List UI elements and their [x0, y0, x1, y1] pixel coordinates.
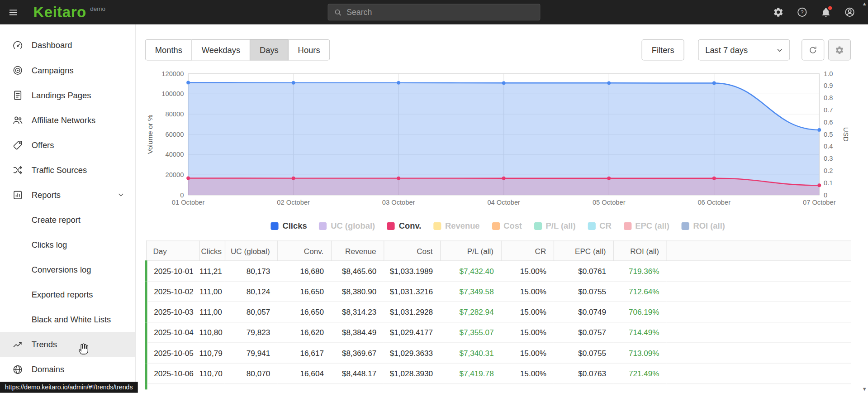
tab-hours[interactable]: Hours	[288, 39, 330, 61]
table-row[interactable]: 2025-10-0764,4146,4579,641$4,898.34$597.…	[146, 384, 851, 390]
sidebar-item-label: Dashboard	[32, 40, 72, 50]
table-row[interactable]: 2025-10-02111,0080,12416,650$8,380.90$1,…	[146, 281, 851, 302]
table-cell-p-l-all: $4,300.74	[440, 384, 501, 390]
trends-chart: 02000040000600008000010000012000001 Octo…	[145, 67, 851, 209]
series-point-clicks	[397, 81, 400, 85]
table-cell-p-l-all: $7,349.58	[440, 281, 501, 302]
search-input[interactable]	[346, 8, 534, 17]
sidebar-item-exported-reports[interactable]: Exported reports	[0, 282, 135, 307]
sidebar-item-domains[interactable]: Domains	[0, 357, 135, 382]
sidebar-item-campaigns[interactable]: Campaigns	[0, 58, 135, 82]
table-cell-clicks: 110,70	[199, 363, 225, 383]
legend-label: Clicks	[283, 221, 307, 230]
filters-button[interactable]: Filters	[642, 39, 684, 61]
hamburger-menu-button[interactable]	[0, 0, 27, 24]
legend-swatch	[319, 222, 327, 230]
sidebar-item-label: Trends	[32, 340, 57, 349]
sidebar-item-label: Clicks log	[32, 240, 67, 249]
table-cell-revenue: $8,384.49	[331, 322, 384, 343]
table-cell-spacer	[667, 281, 851, 302]
sidebar-item-traffic-sources[interactable]: Traffic Sources	[0, 158, 135, 182]
notifications-button[interactable]	[820, 6, 832, 18]
legend-item-conv[interactable]: Conv.	[387, 221, 421, 230]
legend-item-revenue[interactable]: Revenue	[433, 221, 479, 230]
keitaro-logo[interactable]: Keitaro demo	[33, 4, 105, 21]
column-header-revenue[interactable]: Revenue	[331, 241, 384, 261]
x-axis-tick-label: 05 October	[593, 199, 626, 206]
table-cell-clicks: 64,41	[199, 384, 225, 390]
logo-demo-label: demo	[90, 5, 105, 12]
granularity-tabs: MonthsWeekdaysDaysHours	[145, 39, 330, 61]
column-header-p-l-all[interactable]: P/L (all)	[440, 241, 501, 261]
refresh-button[interactable]	[802, 39, 824, 61]
table-cell-p-l-all: $7,282.94	[440, 302, 501, 322]
date-range-select[interactable]: Last 7 days	[698, 39, 790, 61]
series-point-clicks	[502, 81, 506, 85]
table-row[interactable]: 2025-10-03111,0080,05716,650$8,314.23$1,…	[146, 302, 851, 322]
sidebar-item-clicks-log[interactable]: Clicks log	[0, 232, 135, 257]
chart-settings-button[interactable]	[828, 39, 851, 61]
column-header-epc-all[interactable]: EPC (all)	[554, 241, 613, 261]
column-header-day[interactable]: Day	[146, 241, 199, 261]
table-row[interactable]: 2025-10-05110,7979,94116,617$8,369.67$1,…	[146, 343, 851, 363]
settings-button[interactable]	[772, 6, 784, 18]
sidebar-item-affiliate-networks[interactable]: Affiliate Networks	[0, 107, 135, 132]
x-axis-tick-label: 06 October	[697, 199, 730, 206]
legend-item-roi-all[interactable]: ROI (all)	[682, 221, 725, 230]
legend-item-uc-global[interactable]: UC (global)	[319, 221, 375, 230]
table-row[interactable]: 2025-10-06110,7080,07016,604$8,448.17$1,…	[146, 363, 851, 383]
table-cell-roi-all: 713.09%	[613, 343, 666, 363]
column-header-cost[interactable]: Cost	[384, 241, 440, 261]
left-axis-title: Volume or %	[146, 115, 154, 154]
legend-item-clicks[interactable]: Clicks	[271, 221, 307, 230]
sidebar-item-create-report[interactable]: Create report	[0, 207, 135, 232]
column-header-roi-all[interactable]: ROI (all)	[613, 241, 666, 261]
sidebar-item-offers[interactable]: Offers	[0, 133, 135, 158]
sidebar-item-black-and-white-lists[interactable]: Black and White Lists	[0, 307, 135, 332]
table-row[interactable]: 2025-10-01111,2180,17316,680$8,465.60$1,…	[146, 261, 851, 281]
table-cell-revenue: $8,465.60	[331, 261, 384, 281]
column-header-spacer	[667, 241, 851, 261]
legend-swatch	[624, 222, 631, 230]
column-header-uc-global[interactable]: UC (global)	[225, 241, 277, 261]
column-header-clicks[interactable]: Clicks	[199, 241, 225, 261]
domains-icon	[12, 364, 23, 374]
tab-months[interactable]: Months	[145, 39, 192, 61]
x-axis-tick-label: 03 October	[382, 199, 415, 206]
table-cell-day: 2025-10-01	[146, 261, 199, 281]
right-axis-tick-label: 0.8	[824, 94, 833, 101]
table-cell-revenue: $8,369.67	[331, 343, 384, 363]
tab-days[interactable]: Days	[250, 39, 289, 61]
legend-swatch	[492, 222, 499, 230]
scrollbar-up-arrow[interactable]: ▲	[862, 1, 867, 6]
tab-weekdays[interactable]: Weekdays	[192, 39, 250, 61]
sidebar-item-landings-pages[interactable]: Landings Pages	[0, 82, 135, 107]
scrollbar-down-arrow[interactable]: ▼	[862, 386, 867, 392]
table-cell-cost: $1,031.2928	[384, 302, 440, 322]
table-cell-conv: 16,650	[277, 302, 331, 322]
legend-item-cr[interactable]: CR	[588, 221, 612, 230]
legend-item-epc-all[interactable]: EPC (all)	[624, 221, 669, 230]
table-row[interactable]: 2025-10-04110,8079,82316,620$8,384.49$1,…	[146, 322, 851, 343]
column-header-conv[interactable]: Conv.	[277, 241, 331, 261]
table-cell-p-l-all: $7,419.78	[440, 363, 501, 383]
left-axis-tick-label: 0	[180, 192, 184, 199]
table-cell-roi-all: 719.36%	[613, 261, 666, 281]
refresh-icon	[808, 45, 818, 55]
sidebar-item-conversions-log[interactable]: Conversions log	[0, 257, 135, 282]
table-cell-roi-all: 719.70%	[613, 384, 666, 390]
sidebar-item-trends[interactable]: Trends	[0, 332, 135, 357]
help-button[interactable]: ?	[796, 6, 808, 18]
x-axis-tick-label: 01 October	[172, 199, 205, 206]
table-cell-cr: 15.00%	[501, 384, 554, 390]
sidebar-item-reports[interactable]: Reports	[0, 182, 135, 207]
sidebar-item-dashboard[interactable]: Dashboard	[0, 33, 135, 58]
series-point-clicks	[186, 81, 190, 84]
account-button[interactable]	[844, 6, 856, 18]
sidebar-item-label: Traffic Sources	[32, 165, 87, 175]
column-header-cr[interactable]: CR	[501, 241, 554, 261]
legend-item-cost[interactable]: Cost	[492, 221, 522, 230]
legend-item-p-l-all[interactable]: P/L (all)	[534, 221, 576, 230]
search-box	[328, 4, 541, 21]
date-range-value: Last 7 days	[705, 45, 748, 55]
